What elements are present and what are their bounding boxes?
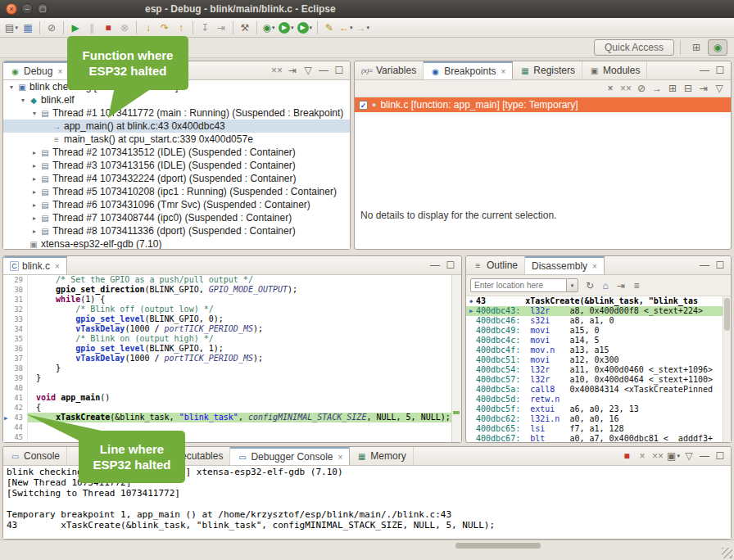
debug-tree-row[interactable]: ▸▤Thread #8 1073411336 (dport) (Suspende…	[3, 224, 350, 237]
expand-all-icon[interactable]: ⊞	[666, 83, 679, 95]
view-menu-icon[interactable]: ▽	[301, 65, 315, 77]
code-line[interactable]: 37 vTaskDelay(1000 / portTICK_PERIOD_MS)…	[3, 354, 451, 364]
tab-console[interactable]: ▭Console	[3, 447, 67, 465]
open-perspective-button[interactable]: ⊞	[686, 39, 706, 56]
quick-access-button[interactable]: Quick Access	[594, 39, 674, 56]
location-dropdown-icon[interactable]: ▾	[567, 278, 578, 292]
debug-tree-row[interactable]: ▸▤Thread #7 1073408744 (ipc0) (Suspended…	[3, 211, 350, 224]
disassembly-row[interactable]: 400dbc46: s32i a8, a1, 0	[466, 316, 723, 326]
horizontal-scrollbar-thumb[interactable]	[455, 543, 541, 549]
window-close-button[interactable]: ×	[6, 3, 17, 15]
close-tab-icon[interactable]: ×	[501, 67, 506, 76]
remove-all-launches-button[interactable]: ××	[651, 450, 664, 463]
disassembly-row[interactable]: 400dbc4c: movi a14, 5	[466, 336, 723, 345]
link-with-active-context-icon[interactable]: ⇥	[614, 279, 628, 291]
tree-expander-icon[interactable]: ▸	[29, 149, 39, 156]
disassembly-row[interactable]: 400dbc62: l32i.n a0, a0, 16	[466, 414, 723, 424]
resume-button[interactable]: ▶	[67, 20, 84, 36]
debug-tree-row[interactable]: ▸▤Thread #5 1073410208 (ipc1 : Running) …	[3, 185, 350, 198]
maximize-view-icon[interactable]: ☐	[444, 260, 457, 272]
debug-tree-row[interactable]: ≡main_task() at cpu_start.c:339 0x400d05…	[3, 133, 350, 146]
skip-all-breakpoints-button[interactable]: ⊘	[43, 20, 60, 36]
terminate-console-button[interactable]: ■	[620, 450, 633, 463]
view-menu-icon[interactable]: ▽	[713, 83, 726, 95]
code-line[interactable]: 35 /* Blink on (output high) */	[3, 334, 451, 344]
disassembly-row[interactable]: 400dbc4f: mov.n a13, a15	[466, 345, 723, 355]
code-line[interactable]: 32 /* Blink off (output low) */	[3, 305, 451, 314]
tree-expander-icon[interactable]: ▾	[7, 84, 16, 91]
disassembly-location-input[interactable]	[470, 278, 567, 292]
tree-expander-icon[interactable]: ▸	[29, 201, 39, 209]
show-supported-breakpoints-icon[interactable]: ⊘	[635, 83, 648, 95]
code-line[interactable]: 40	[3, 383, 451, 393]
save-button[interactable]: ▦	[20, 20, 36, 36]
view-menu-icon[interactable]: ▽	[682, 450, 695, 463]
tab-breakpoints[interactable]: ◉Breakpoints×	[424, 61, 513, 79]
disassembly-content[interactable]: ◆43 xTaskCreate(&blink_task, "blink_tas▶…	[466, 296, 723, 442]
step-return-button[interactable]: ↑	[173, 20, 189, 36]
display-selected-console-button[interactable]: ▣▾	[667, 450, 680, 463]
overview-ruler[interactable]	[451, 275, 461, 442]
code-line[interactable]: 31 while(1) {	[3, 295, 451, 305]
tab-registers[interactable]: ▦Registers	[513, 61, 582, 79]
new-wizard-button[interactable]: ▤▾	[3, 20, 20, 36]
disassembly-row[interactable]: 400dbc49: movi a15, 0	[466, 326, 723, 336]
minimize-view-icon[interactable]: —	[698, 260, 711, 272]
go-to-file-icon[interactable]: →	[650, 83, 664, 95]
maximize-view-icon[interactable]: ☐	[714, 65, 727, 77]
minimize-view-icon[interactable]: —	[698, 65, 711, 77]
tab-blink-c[interactable]: Cblink.c×	[3, 256, 67, 274]
disassembly-row[interactable]: 400dbc57: l32r a10, 0x400d0464 <_stext+1…	[466, 375, 723, 385]
collapse-all-icon[interactable]: ⊟	[682, 83, 695, 95]
code-line[interactable]: 30 gpio_set_direction(BLINK_GPIO, GPIO_M…	[3, 285, 451, 295]
minimize-view-icon[interactable]: —	[317, 65, 330, 77]
debug-tree-row[interactable]: ▸▤Thread #2 1073413512 (IDLE) (Suspended…	[3, 146, 350, 159]
remove-breakpoint-icon[interactable]: ×	[604, 83, 617, 95]
close-tab-icon[interactable]: ×	[338, 453, 342, 462]
build-button[interactable]: ⚒	[237, 20, 253, 36]
remove-launch-button[interactable]: ×	[636, 450, 649, 463]
home-icon[interactable]: ⌂	[599, 279, 612, 291]
step-over-button[interactable]: ↷	[156, 20, 173, 36]
disassembly-row[interactable]: 400dbc67: blt a0, a7, 0x400dbc81 <__addd…	[466, 434, 723, 442]
minimize-view-icon[interactable]: —	[698, 450, 711, 463]
preferences-icon[interactable]: ≡	[630, 279, 643, 291]
code-line[interactable]: 39}	[3, 373, 451, 383]
external-tools-button[interactable]: ▶▾	[296, 20, 315, 36]
debug-tree-row[interactable]: ▾◆blink.elf	[3, 93, 350, 106]
tree-expander-icon[interactable]: ▸	[29, 188, 39, 196]
close-tab-icon[interactable]: ×	[55, 262, 60, 271]
breakpoint-checkbox[interactable]: ✓	[359, 101, 368, 110]
debug-button[interactable]: ◉▾	[261, 20, 277, 36]
code-line[interactable]: 36 gpio_set_level(BLINK_GPIO, 1);	[3, 344, 451, 354]
code-line[interactable]: 34 vTaskDelay(1000 / portTICK_PERIOD_MS)…	[3, 324, 451, 334]
debug-tree-row[interactable]: ▾▤Thread #1 1073411772 (main : Running) …	[3, 106, 350, 120]
debug-tree-row[interactable]: ▣xtensa-esp32-elf-gdb (7.10)	[3, 237, 350, 249]
tab-variables[interactable]: (x)=Variables	[355, 61, 424, 79]
minimize-view-icon[interactable]: —	[428, 260, 442, 272]
scrollbar-thumb[interactable]	[724, 298, 730, 331]
debug-tree-row[interactable]: →app_main() at blink.c:43 0x400dbc43	[3, 120, 350, 133]
terminate-button[interactable]: ■	[100, 20, 116, 36]
disassembly-scrollbar[interactable]	[723, 296, 731, 442]
drop-to-frame-button[interactable]: ↧	[197, 20, 213, 36]
debug-tree-row[interactable]: ▸▤Thread #3 1073413156 (IDLE) (Suspended…	[3, 159, 350, 172]
tab-modules[interactable]: ▣Modules	[582, 61, 647, 79]
close-tab-icon[interactable]: ×	[592, 262, 597, 271]
debug-tree-row[interactable]: ▸▤Thread #4 1073432224 (dport) (Suspende…	[3, 172, 350, 185]
tree-expander-icon[interactable]: ▾	[29, 110, 39, 117]
tree-expander-icon[interactable]: ▾	[18, 97, 28, 104]
maximize-view-icon[interactable]: ☐	[714, 260, 727, 272]
tree-expander-icon[interactable]: ▸	[29, 162, 39, 169]
disassembly-row[interactable]: 400dbc54: l32r a11, 0x400d0460 <_stext+1…	[466, 365, 723, 375]
disassembly-row[interactable]: 400dbc5f: extui a6, a0, 23, 13	[466, 404, 723, 414]
code-line[interactable]: 29 /* Set the GPIO as a push/pull output…	[3, 275, 451, 285]
maximize-view-icon[interactable]: ☐	[333, 65, 346, 77]
disassembly-row[interactable]: 400dbc65: lsi f7, a1, 128	[466, 424, 723, 434]
run-button[interactable]: ▶▾	[277, 20, 296, 36]
tab-disassembly[interactable]: Disassembly×	[525, 256, 605, 274]
disassembly-row[interactable]: 400dbc5d: retw.n	[466, 395, 723, 404]
breakpoint-row[interactable]: ✓ ● blink.c [function: app_main] [type: …	[355, 97, 731, 112]
close-tab-icon[interactable]: ×	[57, 67, 62, 76]
disassembly-row[interactable]: 400dbc5a: call8 0x40084314 <xTaskCreateP…	[466, 385, 723, 395]
